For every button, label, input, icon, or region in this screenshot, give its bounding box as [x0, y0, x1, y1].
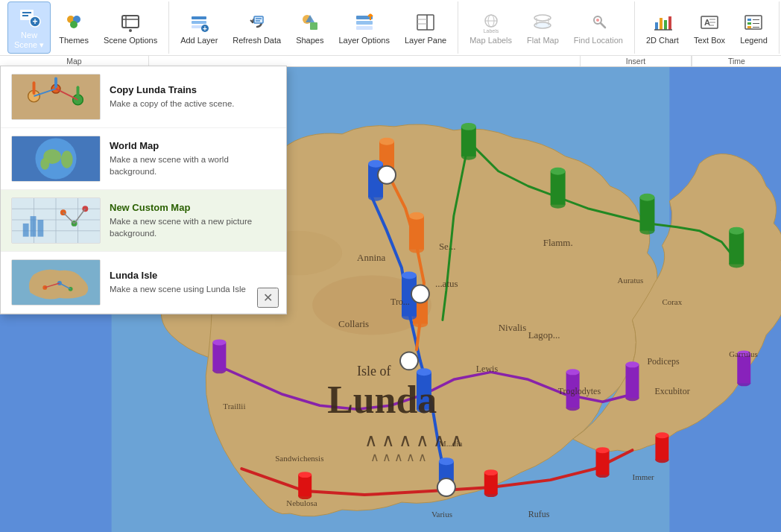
layer-options-label: Layer Options [338, 36, 389, 45]
svg-point-158 [484, 469, 498, 475]
svg-text:Labels: Labels [483, 28, 499, 33]
dropdown-item-new-custom-map[interactable]: New Custom Map Make a new scene with a n… [1, 190, 286, 252]
layer-section: + Add Layer Re [169, 1, 458, 54]
svg-text:Corax: Corax [662, 297, 682, 306]
dropdown-desc-copy-trains: Make a copy of the active scene. [110, 98, 276, 110]
svg-point-82 [61, 151, 73, 168]
pin-purple-3 [625, 361, 639, 401]
svg-point-140 [729, 227, 744, 235]
svg-text:Sandwichensis: Sandwichensis [275, 454, 323, 463]
svg-point-7 [70, 21, 78, 28]
chart-2d-icon [651, 10, 674, 34]
map-labels-icon: Labels [479, 10, 503, 34]
dropdown-text-new-custom-map: New Custom Map Make a new scene with a n… [110, 202, 276, 239]
themes-button[interactable]: Themes [52, 7, 95, 49]
svg-rect-160 [596, 450, 610, 475]
svg-text:Immer: Immer [632, 472, 654, 481]
find-location-button[interactable]: Find Location [567, 7, 630, 49]
dropdown-title-lunda-isle: Lunda Isle [110, 270, 276, 281]
dropdown-text-lunda-isle: Lunda Isle Make a new scene using Lunda … [110, 270, 276, 295]
svg-point-164 [655, 432, 668, 438]
svg-point-125 [417, 368, 431, 376]
svg-rect-2 [22, 15, 28, 16]
svg-text:Nebulosa: Nebulosa [286, 498, 317, 507]
svg-line-42 [601, 23, 605, 28]
svg-point-131 [461, 123, 476, 130]
svg-text:Auratus: Auratus [618, 276, 644, 285]
legend-button[interactable]: Legend [733, 7, 774, 49]
find-location-icon [586, 10, 610, 34]
dropdown-text-world-map: World Map Make a new scene with a world … [110, 140, 276, 177]
flat-map-label: Flat Map [527, 36, 559, 45]
svg-text:Lunda: Lunda [327, 379, 437, 421]
new-scene-button[interactable]: + NewScene ▾ [7, 1, 51, 54]
dropdown-item-world-map[interactable]: World Map Make a new scene with a world … [1, 128, 286, 190]
svg-text:Nivalis: Nivalis [499, 322, 526, 333]
pin-purple-1 [212, 339, 226, 373]
scene-options-button[interactable]: Scene Options [97, 7, 164, 49]
legend-label: Legend [740, 36, 768, 45]
svg-point-110 [379, 138, 394, 145]
svg-text:Collaris: Collaris [338, 318, 369, 329]
svg-point-83 [40, 158, 49, 170]
svg-point-149 [625, 361, 639, 367]
layer-pane-label: Layer Pane [405, 36, 446, 45]
svg-text:Podiceps: Podiceps [647, 356, 680, 367]
svg-rect-92 [31, 216, 37, 237]
add-layer-button[interactable]: + Add Layer [174, 7, 224, 49]
svg-text:+: + [203, 25, 207, 33]
svg-rect-1 [22, 12, 31, 13]
dropdown-close-button[interactable]: ✕ [257, 288, 279, 308]
new-scene-label: NewScene ▾ [14, 31, 44, 50]
layer-pane-button[interactable]: Layer Pane [398, 7, 453, 49]
layer-pane-icon [414, 10, 437, 34]
svg-text:Troglodytes: Troglodytes [558, 386, 601, 396]
svg-point-143 [212, 339, 226, 345]
new-scene-dropdown: Copy Lunda Trains Make a copy of the act… [0, 66, 287, 314]
ribbon: + NewScene ▾ Themes [0, 0, 781, 67]
dropdown-item-lunda-isle[interactable]: Lunda Isle Make a new scene using Lunda … [1, 252, 286, 314]
shapes-label: Shapes [296, 36, 323, 45]
layer-options-button[interactable]: Layer Options [332, 7, 396, 49]
dropdown-title-new-custom-map: New Custom Map [110, 202, 276, 213]
map-labels-button[interactable]: Labels Map Labels [463, 7, 519, 49]
svg-text:Annina: Annina [357, 252, 385, 263]
pin-red-3 [596, 447, 610, 478]
svg-text:Tro...: Tro... [390, 297, 410, 307]
dropdown-item-copy-trains[interactable]: Copy Lunda Trains Make a copy of the act… [1, 66, 286, 128]
dropdown-thumb-trains [11, 74, 101, 120]
svg-point-161 [596, 447, 610, 453]
svg-rect-139 [729, 231, 744, 265]
svg-text:Varius: Varius [431, 510, 452, 519]
svg-point-146 [566, 369, 580, 375]
svg-point-43 [596, 19, 599, 22]
svg-point-11 [129, 29, 132, 32]
svg-text:A: A [704, 18, 710, 27]
svg-point-167 [400, 352, 418, 370]
shapes-icon [298, 10, 322, 34]
dropdown-desc-lunda-isle: Make a new scene using Lunda Isle [110, 283, 276, 295]
map-section: Labels Map Labels Flat Map [458, 1, 635, 54]
svg-rect-25 [356, 26, 373, 30]
text-box-label: Text Box [694, 36, 725, 45]
dropdown-title-world-map: World Map [110, 140, 276, 151]
svg-rect-24 [356, 21, 373, 25]
refresh-data-label: Refresh Data [233, 36, 281, 45]
refresh-data-button[interactable]: Refresh Data [226, 7, 288, 49]
text-box-icon: A [698, 10, 721, 34]
dropdown-title-copy-trains: Copy Lunda Trains [110, 84, 276, 95]
svg-rect-157 [484, 472, 498, 494]
svg-point-168 [437, 478, 455, 496]
flat-map-button[interactable]: Flat Map [520, 7, 566, 49]
chart-2d-button[interactable]: 2D Chart [639, 7, 686, 49]
pin-red-2 [484, 469, 498, 497]
svg-point-119 [368, 160, 383, 168]
pin-green-1 [461, 123, 476, 160]
svg-rect-130 [461, 127, 476, 156]
svg-rect-45 [660, 18, 663, 30]
svg-rect-93 [37, 220, 43, 237]
shapes-button[interactable]: Shapes [289, 7, 330, 49]
svg-text:Se...: Se... [439, 241, 456, 252]
legend-icon [742, 10, 765, 34]
text-box-button[interactable]: A Text Box [687, 7, 732, 49]
